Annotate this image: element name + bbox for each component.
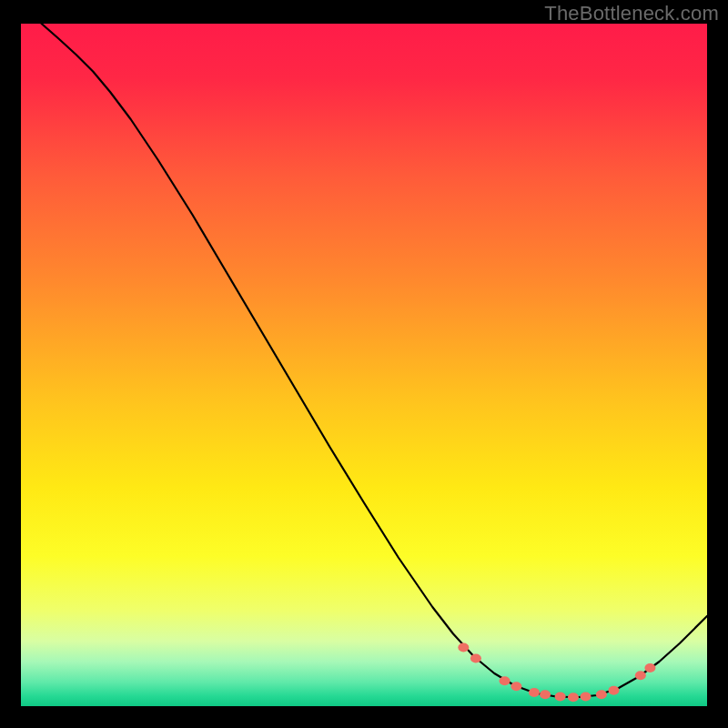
chart-svg: [21, 24, 707, 706]
bottleneck-chart: [21, 24, 707, 706]
data-dot: [500, 676, 511, 685]
data-dot: [458, 643, 469, 652]
data-dot: [540, 690, 551, 699]
watermark-text: TheBottleneck.com: [544, 2, 719, 25]
data-dot: [644, 663, 655, 672]
data-dot: [529, 688, 540, 697]
data-dot: [635, 671, 646, 680]
chart-container: TheBottleneck.com: [0, 0, 728, 728]
chart-background: [21, 24, 707, 706]
data-dot: [568, 693, 579, 702]
data-dot: [596, 690, 607, 699]
data-dot: [608, 686, 619, 695]
data-dot: [511, 682, 521, 691]
data-dot: [470, 654, 481, 663]
data-dot: [581, 693, 592, 702]
data-dot: [555, 693, 566, 702]
